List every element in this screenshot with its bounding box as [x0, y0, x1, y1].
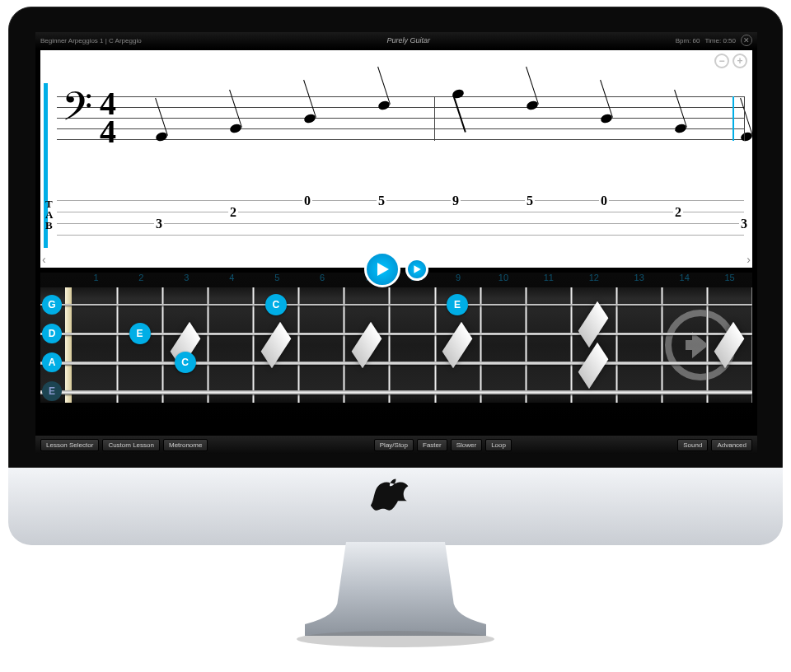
- fret-note-dot[interactable]: C: [265, 294, 287, 315]
- zoom-out-icon[interactable]: −: [714, 54, 729, 68]
- play-half-button[interactable]: [405, 258, 428, 281]
- app-screen: Beginner Arpeggios 1 | C Arpeggio Purely…: [35, 32, 757, 454]
- faster-button[interactable]: Faster: [417, 439, 447, 451]
- zoom-in-icon[interactable]: +: [732, 54, 747, 68]
- sound-button[interactable]: Sound: [677, 439, 708, 451]
- apple-logo-icon: [371, 478, 420, 535]
- tab-number: 3: [154, 217, 164, 231]
- scroll-right-icon[interactable]: ›: [747, 253, 751, 266]
- play-controls: [364, 251, 428, 287]
- monitor-stand: [288, 542, 503, 649]
- tab-number: 9: [451, 194, 461, 208]
- bass-clef: 𝄢: [62, 88, 92, 136]
- monitor-bezel: Beginner Arpeggios 1 | C Arpeggio Purely…: [8, 7, 783, 468]
- bottom-bar: Lesson Selector Custom Lesson Metronome …: [35, 436, 757, 454]
- loop-button[interactable]: Loop: [485, 439, 512, 451]
- play-stop-button[interactable]: Play/Stop: [374, 439, 414, 451]
- tab-number: 2: [673, 205, 683, 220]
- app-logo-text: Purely Guitar: [386, 36, 430, 44]
- close-icon[interactable]: ✕: [741, 35, 752, 46]
- fretboard-panel: 12 34 56 78 910 1112 1314 15 GDAECEEC: [40, 273, 752, 421]
- top-bar: Beginner Arpeggios 1 | C Arpeggio Purely…: [35, 32, 757, 49]
- imac-frame: Beginner Arpeggios 1 | C Arpeggio Purely…: [8, 7, 783, 665]
- metronome-button[interactable]: Metronome: [163, 439, 208, 451]
- string: [40, 304, 752, 306]
- tab-label: T A B: [45, 198, 53, 231]
- string: [40, 362, 752, 365]
- string-label: G: [42, 295, 62, 315]
- tab-number: 0: [302, 194, 312, 208]
- tab-number: 5: [525, 194, 535, 208]
- play-button[interactable]: [364, 251, 400, 287]
- tab-number: 5: [377, 194, 386, 208]
- fret-inlay: [578, 301, 609, 348]
- tab-number: 0: [599, 194, 609, 208]
- bpm-indicator: Bpm: 60: [676, 37, 700, 44]
- fretboard[interactable]: GDAECEEC: [40, 287, 752, 403]
- tab-number: 2: [228, 205, 238, 220]
- fret-note-dot[interactable]: E: [447, 294, 468, 315]
- scroll-left-icon[interactable]: ‹: [42, 253, 46, 266]
- string: [40, 390, 752, 394]
- time-signature: 4 4: [100, 90, 116, 146]
- string-label: D: [42, 324, 62, 343]
- fret-inlay: [578, 343, 609, 390]
- monitor-chin: [8, 468, 783, 545]
- svg-marker-1: [414, 265, 420, 273]
- zoom-controls: − +: [714, 54, 747, 68]
- lesson-title: Beginner Arpeggios 1 | C Arpeggio: [40, 37, 142, 44]
- fret-note-dot[interactable]: C: [175, 352, 196, 373]
- custom-lesson-button[interactable]: Custom Lesson: [102, 439, 160, 451]
- fret-note-dot[interactable]: E: [129, 323, 151, 344]
- string-label: A: [42, 352, 62, 372]
- notation-panel: − + 𝄢 4 4: [40, 50, 752, 268]
- lesson-selector-button[interactable]: Lesson Selector: [40, 439, 99, 451]
- string-label: E: [42, 381, 62, 401]
- time-indicator: Time: 0:50: [705, 37, 737, 44]
- advanced-button[interactable]: Advanced: [711, 439, 752, 451]
- slower-button[interactable]: Slower: [451, 439, 482, 451]
- svg-point-2: [297, 631, 494, 647]
- tab-number: 3: [739, 217, 749, 231]
- svg-marker-0: [377, 263, 389, 276]
